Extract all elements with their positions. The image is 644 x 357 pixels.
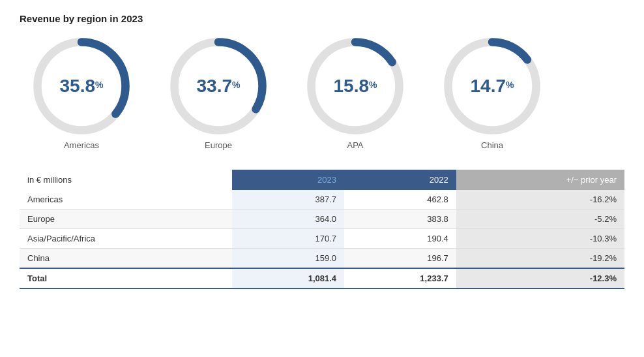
row-prior: -5.2% [456,210,624,229]
header-2022: 2022 [344,170,456,190]
row-2022: 190.4 [344,229,456,249]
donut-china: 14.7% [443,37,541,135]
chart-item-apa: 15.8% APA [293,37,417,150]
page-title: Revenue by region in 2023 [20,13,624,24]
table-footer: Total 1,081.4 1,233.7 -12.3% [20,268,624,288]
total-row: Total 1,081.4 1,233.7 -12.3% [20,268,624,288]
table-row: Europe 364.0 383.8 -5.2% [20,210,624,229]
chart-region-europe: Europe [205,140,232,150]
header-unit: in € millions [20,170,232,190]
donut-value-europe: 33.7 [197,76,233,96]
donut-percent-americas: % [95,80,103,90]
total-prior: -12.3% [456,268,624,288]
table-row: China 159.0 196.7 -19.2% [20,249,624,269]
table-header: in € millions 2023 2022 +/− prior year [20,170,624,190]
table-row: Asia/Pacific/Africa 170.7 190.4 -10.3% [20,229,624,249]
donut-apa: 15.8% [306,37,404,135]
row-2023: 364.0 [232,210,344,229]
donut-label-europe: 33.7% [197,76,241,97]
donut-percent-apa: % [369,80,377,90]
donut-value-americas: 35.8 [60,76,96,96]
header-2023: 2023 [232,170,344,190]
chart-region-apa: APA [347,140,363,150]
row-prior: -10.3% [456,229,624,249]
chart-region-americas: Americas [64,140,99,150]
row-prior: -19.2% [456,249,624,269]
total-2022: 1,233.7 [344,268,456,288]
donut-label-china: 14.7% [471,76,514,97]
row-2023: 170.7 [232,229,344,249]
row-2022: 383.8 [344,210,456,229]
total-label: Total [20,268,232,288]
total-2023: 1,081.4 [232,268,344,288]
header-prior-year: +/− prior year [456,170,624,190]
donut-label-americas: 35.8% [60,76,104,97]
donut-value-apa: 15.8 [334,76,370,96]
donut-label-apa: 15.8% [334,76,377,97]
table-row: Americas 387.7 462.8 -16.2% [20,190,624,210]
chart-item-americas: 35.8% Americas [20,37,143,150]
table-section: in € millions 2023 2022 +/− prior year A… [20,170,624,289]
row-region: Europe [20,210,232,229]
chart-item-china: 14.7% China [430,37,554,150]
chart-region-china: China [481,140,503,150]
row-2023: 159.0 [232,249,344,269]
row-2022: 196.7 [344,249,456,269]
row-region: Asia/Pacific/Africa [20,229,232,249]
donut-percent-china: % [506,80,514,90]
row-region: China [20,249,232,269]
revenue-table: in € millions 2023 2022 +/− prior year A… [20,170,624,289]
donut-europe: 33.7% [169,37,267,135]
row-region: Americas [20,190,232,210]
donut-value-china: 14.7 [471,76,506,96]
table-body: Americas 387.7 462.8 -16.2% Europe 364.0… [20,190,624,268]
chart-item-europe: 33.7% Europe [156,37,280,150]
donut-percent-europe: % [232,80,240,90]
row-prior: -16.2% [456,190,624,210]
row-2022: 462.8 [344,190,456,210]
donut-americas: 35.8% [33,37,130,135]
row-2023: 387.7 [232,190,344,210]
charts-row: 35.8% Americas 33.7% Europe [20,37,624,150]
